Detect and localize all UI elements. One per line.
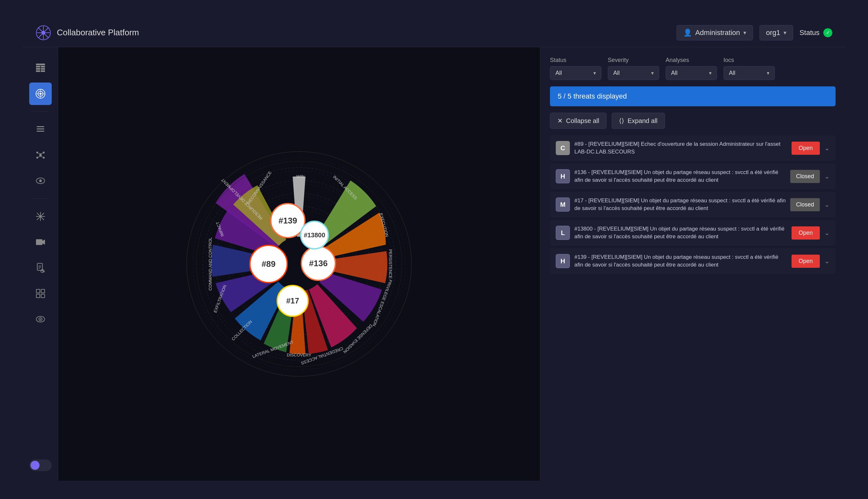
threat-badge-l-4: L [556, 226, 570, 240]
filter-group-analyses: Analyses All ▾ [666, 57, 717, 80]
sidebar-item-grid[interactable] [29, 282, 52, 305]
threat-list: C #89 - [REVEELIUM][SIEM] Echec d'ouvert… [550, 135, 835, 274]
org-button[interactable]: org1 ▾ [759, 25, 793, 40]
controls-row: ✕ Collapse all ⟨⟩ Expand all [550, 113, 835, 129]
svg-line-24 [38, 156, 40, 157]
eye-icon [35, 176, 46, 186]
app-title: Collaborative Platform [57, 28, 139, 38]
svg-line-23 [40, 153, 43, 154]
right-panel: Status All ▾ Severity All ▾ [540, 47, 845, 481]
filter-analyses-value: All [671, 70, 677, 76]
expand-all-button[interactable]: ⟨⟩ Expand all [612, 113, 665, 129]
video-icon [35, 237, 46, 247]
filter-status-value: All [555, 70, 562, 76]
sidebar-item-video[interactable] [29, 231, 52, 253]
filter-severity-value: All [613, 70, 620, 76]
threat-item: H #136 - [REVEELIUM][SIEM] Un objet du p… [550, 163, 835, 189]
admin-button[interactable]: 👤 Administration ▾ [676, 25, 753, 40]
svg-rect-42 [41, 294, 45, 298]
threats-count-text: 5 / 5 threats displayed [558, 92, 627, 100]
bubble-89[interactable]: #89 [249, 245, 288, 283]
filter-status-label: Status [550, 57, 601, 64]
threat-badge-h-5: H [556, 254, 570, 268]
collapse-all-button[interactable]: ✕ Collapse all [550, 113, 606, 129]
threat-expand-icon-4[interactable]: ⌄ [824, 229, 830, 237]
grid-icon [35, 288, 46, 299]
svg-point-18 [36, 151, 38, 154]
filter-analyses-select[interactable]: All ▾ [666, 66, 717, 80]
filter-group-status: Status All ▾ [550, 57, 601, 80]
svg-rect-4 [41, 66, 45, 68]
expand-icon: ⟨⟩ [619, 117, 624, 125]
svg-rect-14 [37, 126, 44, 127]
filter-iocs-label: Iocs [723, 57, 775, 64]
sidebar-item-table[interactable] [29, 57, 52, 79]
threat-open-button-4[interactable]: Open [792, 227, 820, 240]
svg-rect-6 [41, 68, 45, 70]
threat-closed-button-3[interactable]: Closed [790, 198, 820, 211]
snowflake-icon [35, 211, 46, 221]
theme-toggle[interactable] [29, 460, 52, 471]
svg-rect-39 [36, 289, 40, 293]
logo-area: Collaborative Platform [36, 25, 139, 40]
bubble-139-label: #139 [278, 216, 297, 226]
viz-area: RECONNAISSANCE WIN INITIAL ACCESS EXECUT… [58, 47, 540, 481]
filter-iocs-select[interactable]: All ▾ [723, 66, 775, 80]
sidebar-item-eye[interactable] [29, 170, 52, 192]
svg-point-17 [39, 154, 42, 156]
filter-severity-select[interactable]: All ▾ [608, 66, 659, 80]
threat-text-4: #13800 - [REVEELIUM][SIEM] Un objet du p… [575, 225, 787, 241]
svg-rect-16 [37, 131, 44, 132]
sidebar-item-graph[interactable] [29, 144, 52, 166]
sidebar-item-list[interactable] [29, 118, 52, 141]
collapse-icon: ✕ [557, 117, 563, 125]
svg-rect-41 [36, 294, 40, 298]
threat-closed-button-2[interactable]: Closed [790, 170, 820, 183]
main-layout: RECONNAISSANCE WIN INITIAL ACCESS EXECUT… [23, 47, 845, 481]
sidebar-item-snowflake[interactable] [29, 205, 52, 228]
threat-text-3: #17 - [REVEELIUM][SIEM] Un objet du part… [575, 197, 786, 212]
threat-text-5: #139 - [REVEELIUM][SIEM] Un objet du par… [575, 253, 787, 269]
threat-open-button-5[interactable]: Open [792, 255, 820, 268]
filter-status-chevron: ▾ [593, 70, 596, 76]
threat-expand-icon-1[interactable]: ⌄ [824, 144, 830, 152]
graph-icon [35, 150, 46, 160]
filter-iocs-chevron: ▾ [767, 70, 769, 76]
threat-expand-icon-2[interactable]: ⌄ [824, 172, 830, 180]
svg-marker-33 [43, 240, 45, 245]
bubble-89-label: #89 [262, 259, 275, 269]
sidebar-bottom [29, 460, 52, 471]
svg-rect-7 [36, 70, 40, 72]
bubble-17-label: #17 [286, 296, 299, 305]
threat-text-1: #89 - [REVEELIUM][SIEM] Echec d'ouvertur… [575, 140, 787, 156]
toggle-knob [31, 461, 39, 470]
expand-all-label: Expand all [627, 117, 657, 125]
admin-label: Administration [695, 28, 740, 37]
threat-badge-h-2: H [556, 169, 570, 183]
bubble-13800[interactable]: #13800 [300, 221, 329, 250]
status-dot [823, 28, 832, 37]
threat-open-button-1[interactable]: Open [792, 142, 820, 155]
collapse-all-label: Collapse all [566, 117, 599, 125]
app-logo-icon [36, 25, 51, 40]
bubble-17[interactable]: #17 [277, 285, 309, 317]
threat-expand-icon-5[interactable]: ⌄ [824, 257, 830, 265]
svg-rect-2 [36, 64, 45, 65]
sidebar-item-doc[interactable] [29, 257, 52, 279]
threat-badge-c: C [556, 141, 570, 155]
status-label: Status [799, 28, 820, 37]
radar-container: RECONNAISSANCE WIN INITIAL ACCESS EXECUT… [174, 139, 424, 389]
bubble-136[interactable]: #136 [301, 246, 336, 281]
filter-status-select[interactable]: All ▾ [550, 66, 601, 80]
svg-point-1 [41, 31, 45, 35]
list-icon [35, 124, 46, 135]
svg-text:PERSISTENCE: PERSISTENCE [388, 249, 393, 279]
threat-expand-icon-3[interactable]: ⌄ [824, 201, 830, 208]
threat-item: C #89 - [REVEELIUM][SIEM] Echec d'ouvert… [550, 135, 835, 161]
sidebar-item-monitor[interactable] [29, 308, 52, 330]
svg-line-22 [38, 153, 40, 154]
monitor-icon [35, 314, 46, 324]
admin-chevron-icon: ▾ [743, 29, 746, 36]
sidebar-item-radar[interactable] [29, 83, 52, 105]
filters-row: Status All ▾ Severity All ▾ [550, 57, 835, 80]
